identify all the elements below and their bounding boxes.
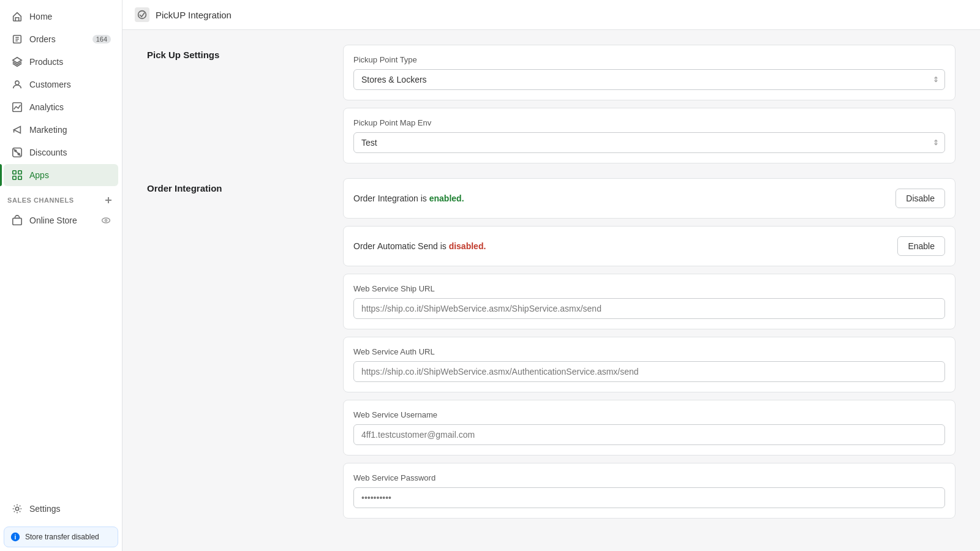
order-integration-status-row: Order Integration is enabled. Disable (353, 189, 945, 208)
sidebar-item-analytics-label: Analytics (29, 102, 64, 112)
web-service-auth-url-label: Web Service Auth URL (353, 347, 945, 356)
orders-badge: 164 (92, 35, 111, 43)
enable-automatic-send-button[interactable]: Enable (897, 236, 945, 256)
sidebar-item-orders-label: Orders (29, 34, 56, 44)
breadcrumb-title: PickUP Integration (156, 10, 232, 20)
order-integration-cards: Order Integration is enabled. Disable Or… (343, 178, 956, 519)
add-sales-channel-button[interactable] (102, 194, 115, 206)
pickup-point-type-card: Pickup Point Type Stores & Lockers Store… (343, 45, 956, 100)
online-store-visibility-icon[interactable] (101, 216, 111, 225)
sidebar-item-settings-label: Settings (29, 504, 61, 514)
apps-icon (11, 169, 23, 181)
web-service-username-label: Web Service Username (353, 410, 945, 419)
sidebar-item-customers-label: Customers (29, 80, 71, 89)
sidebar-item-discounts-label: Discounts (29, 148, 67, 157)
sidebar-item-apps[interactable]: Apps (4, 164, 118, 186)
pickup-point-type-label: Pickup Point Type (353, 55, 945, 64)
main-content: PickUP Integration Pick Up Settings Pick… (123, 0, 980, 551)
web-service-ship-url-card: Web Service Ship URL (343, 274, 956, 329)
web-service-auth-url-input[interactable] (353, 361, 945, 382)
svg-point-12 (105, 219, 107, 221)
sales-channels-label: SALES CHANNELS (7, 197, 74, 204)
web-service-password-card: Web Service Password (343, 463, 956, 519)
sidebar-item-online-store-label: Online Store (29, 216, 77, 225)
sidebar-item-home[interactable]: Home (4, 6, 118, 28)
order-automatic-send-disabled-text: disabled. (449, 241, 486, 251)
svg-text:i: i (15, 534, 17, 541)
pickup-point-map-env-card: Pickup Point Map Env Test Production ⇕ (343, 108, 956, 163)
pickup-settings-section: Pick Up Settings Pickup Point Type Store… (147, 45, 956, 163)
sidebar-item-products[interactable]: Products (4, 51, 118, 73)
pickup-point-type-select-wrapper: Stores & Lockers Stores Only Lockers Onl… (353, 69, 945, 90)
store-transfer-banner: i Store transfer disabled (4, 527, 118, 547)
settings-icon (11, 503, 23, 515)
svg-rect-8 (13, 176, 16, 179)
sidebar-item-marketing[interactable]: Marketing (4, 119, 118, 141)
info-icon: i (10, 532, 20, 542)
online-store-icon (11, 214, 23, 227)
svg-point-11 (102, 218, 110, 223)
web-service-auth-url-card: Web Service Auth URL (343, 337, 956, 392)
web-service-username-card: Web Service Username (343, 400, 956, 455)
svg-point-16 (138, 11, 146, 19)
svg-rect-6 (13, 171, 16, 174)
app-icon (135, 7, 149, 22)
sidebar-item-apps-label: Apps (29, 170, 49, 180)
web-service-ship-url-input[interactable] (353, 298, 945, 319)
home-icon (11, 10, 23, 23)
sidebar-item-analytics[interactable]: Analytics (4, 96, 118, 118)
pickup-settings-label: Pick Up Settings (147, 45, 318, 163)
content-area: Pick Up Settings Pickup Point Type Store… (123, 30, 980, 548)
web-service-password-input[interactable] (353, 487, 945, 508)
svg-rect-10 (13, 218, 21, 225)
sidebar-item-online-store[interactable]: Online Store (4, 209, 118, 231)
web-service-ship-url-label: Web Service Ship URL (353, 284, 945, 293)
sidebar-nav: Home Orders 164 Products Customers (0, 0, 122, 495)
order-integration-status-text: Order Integration is enabled. (353, 193, 464, 203)
web-service-password-label: Web Service Password (353, 473, 945, 482)
products-icon (11, 56, 23, 68)
svg-rect-9 (18, 176, 21, 179)
analytics-icon (11, 101, 23, 113)
svg-rect-7 (18, 171, 21, 174)
page-header: PickUP Integration (123, 0, 980, 30)
order-integration-enabled-text: enabled. (429, 193, 464, 203)
order-automatic-send-card: Order Automatic Send is disabled. Enable (343, 226, 956, 266)
sidebar-item-products-label: Products (29, 57, 63, 67)
pickup-settings-cards: Pickup Point Type Stores & Lockers Store… (343, 45, 956, 163)
marketing-icon (11, 124, 23, 136)
sidebar-item-discounts[interactable]: Discounts (4, 141, 118, 163)
pickup-point-map-env-select-wrapper: Test Production ⇕ (353, 132, 945, 153)
sidebar-item-customers[interactable]: Customers (4, 73, 118, 96)
pickup-point-type-select[interactable]: Stores & Lockers Stores Only Lockers Onl… (353, 69, 945, 90)
orders-icon (11, 33, 23, 45)
order-integration-section: Order Integration Order Integration is e… (147, 178, 956, 519)
sidebar-item-orders[interactable]: Orders 164 (4, 28, 118, 50)
order-integration-status-card: Order Integration is enabled. Disable (343, 178, 956, 219)
sidebar-item-home-label: Home (29, 12, 52, 21)
disable-order-integration-button[interactable]: Disable (895, 189, 945, 208)
sidebar-item-marketing-label: Marketing (29, 125, 67, 135)
order-integration-label: Order Integration (147, 178, 318, 519)
svg-point-13 (15, 507, 18, 510)
order-automatic-send-text: Order Automatic Send is disabled. (353, 241, 486, 251)
discounts-icon (11, 146, 23, 159)
web-service-username-input[interactable] (353, 424, 945, 445)
sidebar: Home Orders 164 Products Customers (0, 0, 123, 551)
sales-channels-header: SALES CHANNELS (0, 187, 122, 209)
svg-point-1 (15, 81, 19, 84)
order-automatic-send-row: Order Automatic Send is disabled. Enable (353, 236, 945, 256)
customers-icon (11, 78, 23, 91)
pickup-point-map-env-select[interactable]: Test Production (353, 132, 945, 153)
pickup-point-map-env-label: Pickup Point Map Env (353, 118, 945, 127)
store-transfer-text: Store transfer disabled (25, 533, 99, 541)
sidebar-item-settings[interactable]: Settings (4, 498, 118, 520)
